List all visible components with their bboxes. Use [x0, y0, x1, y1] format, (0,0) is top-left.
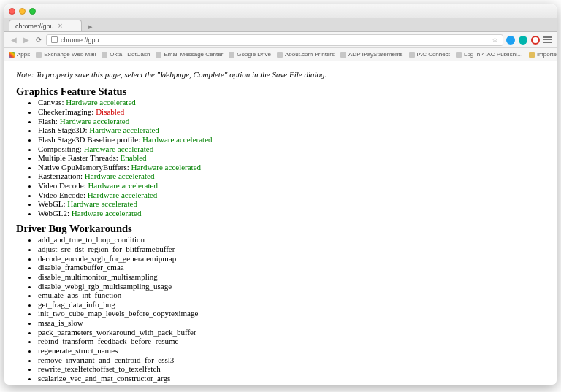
feature-row: Flash: Hardware accelerated	[38, 117, 545, 126]
workaround-item: get_frag_data_info_bug	[38, 300, 545, 310]
feature-row: Canvas: Hardware accelerated	[38, 98, 545, 107]
feature-status: Hardware accelerated	[72, 209, 142, 218]
bookmark-item[interactable]: About.com Printers	[277, 51, 335, 58]
bookmark-label: Apps	[17, 51, 30, 58]
feature-row: Video Decode: Hardware accelerated	[38, 181, 545, 191]
toolbar-right	[506, 36, 552, 45]
bookmark-item[interactable]: Log In ‹ IAC Publishi…	[456, 51, 523, 58]
workaround-item: rebind_transform_feedback_before_resume	[38, 337, 545, 346]
workaround-item: init_two_cube_map_levels_before_copytexi…	[38, 309, 545, 318]
browser-tab[interactable]: chrome://gpu ×	[9, 20, 82, 31]
site-info-icon[interactable]	[51, 36, 58, 43]
favicon-icon	[229, 52, 234, 58]
bookmark-label: ADP iPayStatements	[348, 51, 403, 58]
feature-name: Flash Stage3D Baseline profile:	[38, 135, 142, 144]
extension-icon[interactable]	[519, 36, 527, 45]
bookmark-label: Okta - DotDash	[110, 51, 150, 58]
feature-name: WebGL:	[38, 199, 67, 208]
feature-status: Hardware accelerated	[131, 163, 202, 172]
new-tab-button[interactable]: ▸	[85, 21, 96, 31]
tab-title: chrome://gpu	[15, 23, 54, 30]
extension-icon[interactable]	[506, 36, 515, 45]
bookmark-item[interactable]: IAC Connect	[409, 51, 450, 58]
workaround-item: rewrite_texelfetchoffset_to_texelfetch	[38, 364, 545, 374]
feature-name: Compositing:	[38, 145, 84, 153]
feature-status: Hardware accelerated	[66, 98, 136, 107]
window-minimize-button[interactable]	[19, 8, 26, 15]
favicon-icon	[340, 52, 346, 58]
window-close-button[interactable]	[9, 8, 15, 15]
feature-status: Hardware accelerated	[60, 117, 130, 126]
favicon-icon	[36, 52, 42, 58]
address-bar[interactable]: chrome://gpu ☆	[46, 34, 503, 46]
tab-strip: chrome://gpu × ▸	[4, 18, 557, 32]
workaround-item: emulate_abs_int_function	[38, 291, 545, 300]
feature-status: Hardware accelerated	[84, 145, 154, 153]
extension-icon[interactable]	[531, 36, 540, 45]
favicon-icon	[409, 52, 415, 58]
browser-window: chrome://gpu × ▸ ◀ ▶ ⟳ chrome://gpu ☆ Ap…	[4, 4, 557, 385]
workaround-item: disable_framebuffer_cmaa	[38, 263, 545, 272]
workaround-item: regenerate_struct_names	[38, 346, 545, 356]
folder-icon	[529, 52, 535, 58]
feature-status: Hardware accelerated	[142, 135, 213, 144]
bookmark-item[interactable]: Email Message Center	[156, 51, 223, 58]
feature-row: Rasterization: Hardware accelerated	[38, 172, 545, 181]
bookmark-item[interactable]: Exchange Web Mail	[36, 51, 96, 58]
tab-close-icon[interactable]: ×	[58, 22, 63, 30]
feature-status: Hardware accelerated	[85, 172, 155, 180]
favicon-icon	[156, 52, 161, 58]
bookmark-item[interactable]: Google Drive	[229, 51, 271, 58]
title-bar	[4, 4, 557, 18]
bookmark-label: Imported	[537, 51, 557, 58]
reload-button[interactable]: ⟳	[34, 35, 43, 45]
workaround-item: scalarize_vec_and_mat_constructor_args	[38, 374, 545, 383]
workaround-item: disable_webgl_rgb_multisampling_usage	[38, 282, 545, 291]
feature-name: CheckerImaging:	[38, 107, 96, 116]
feature-row: Compositing: Hardware accelerated	[38, 145, 545, 154]
page-content: Note: To properly save this page, select…	[4, 61, 557, 385]
workaround-item: adjust_src_dst_region_for_blitframebuffe…	[38, 245, 545, 254]
feature-name: Multiple Raster Threads:	[38, 153, 121, 162]
bookmark-label: About.com Printers	[285, 51, 335, 58]
window-zoom-button[interactable]	[29, 8, 36, 15]
workaround-item: disable_multimonitor_multisampling	[38, 272, 545, 282]
toolbar: ◀ ▶ ⟳ chrome://gpu ☆	[4, 32, 557, 48]
bookmark-star-icon[interactable]: ☆	[492, 36, 498, 44]
url-text: chrome://gpu	[61, 36, 99, 44]
bookmark-item[interactable]: ADP iPayStatements	[340, 51, 403, 58]
chrome-menu-button[interactable]	[543, 36, 552, 43]
bookmark-item[interactable]: Okta - DotDash	[102, 51, 150, 58]
bookmarks-bar: AppsExchange Web MailOkta - DotDashEmail…	[4, 48, 557, 61]
feature-name: Video Encode:	[38, 191, 88, 199]
feature-status: Hardware accelerated	[88, 181, 158, 190]
favicon-icon	[9, 52, 15, 58]
workaround-item: add_and_true_to_loop_condition	[38, 235, 545, 245]
feature-name: Canvas:	[38, 98, 66, 107]
feature-name: Rasterization:	[38, 172, 85, 180]
back-button[interactable]: ◀	[9, 35, 18, 45]
workaround-item: msaa_is_slow	[38, 318, 545, 328]
driver-bug-workarounds-heading: Driver Bug Workarounds	[16, 223, 545, 235]
feature-name: Flash Stage3D:	[38, 126, 89, 134]
feature-status: Hardware accelerated	[67, 199, 137, 208]
feature-name: Video Decode:	[38, 181, 88, 190]
feature-row: CheckerImaging: Disabled	[38, 107, 545, 117]
feature-status-list: Canvas: Hardware acceleratedCheckerImagi…	[16, 98, 545, 218]
bookmark-label: Exchange Web Mail	[44, 51, 96, 58]
feature-status: Enabled	[121, 153, 147, 162]
feature-status: Disabled	[96, 107, 124, 116]
bookmark-label: Log In ‹ IAC Publishi…	[464, 51, 523, 58]
feature-row: Flash Stage3D: Hardware accelerated	[38, 126, 545, 135]
bookmark-item[interactable]: Imported	[529, 51, 557, 58]
bookmark-label: Email Message Center	[164, 51, 223, 58]
favicon-icon	[456, 52, 462, 58]
forward-button[interactable]: ▶	[21, 35, 31, 45]
graphics-feature-status-heading: Graphics Feature Status	[16, 85, 545, 98]
feature-status: Hardware accelerated	[88, 191, 158, 199]
feature-row: Multiple Raster Threads: Enabled	[38, 153, 545, 163]
bookmark-item[interactable]: Apps	[9, 51, 30, 58]
workaround-item: remove_invariant_and_centroid_for_essl3	[38, 356, 545, 365]
workaround-item: pack_parameters_workaround_with_pack_buf…	[38, 328, 545, 337]
bookmark-label: IAC Connect	[417, 51, 450, 58]
